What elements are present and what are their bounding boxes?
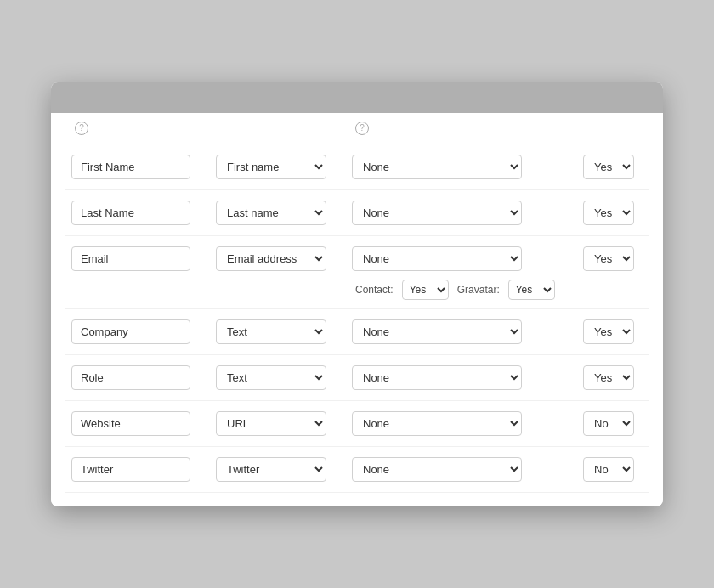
table-container: ? ? First nameLast nameEmail addressText… xyxy=(51,113,663,506)
contact-select[interactable]: YesNo xyxy=(402,280,449,300)
label-input[interactable] xyxy=(71,246,190,271)
autofill-select[interactable]: None xyxy=(352,365,522,390)
required-select[interactable]: YesNo xyxy=(583,201,634,225)
table-row: First nameLast nameEmail addressTextURLT… xyxy=(65,236,649,309)
required-select[interactable]: YesNo xyxy=(583,155,634,179)
autofill-help-icon[interactable]: ? xyxy=(355,122,369,135)
autofill-column-header: ? xyxy=(352,122,575,135)
autofill-cell: None xyxy=(352,411,575,436)
label-input[interactable] xyxy=(71,365,190,390)
autofill-row: None xyxy=(352,201,575,225)
autofill-select[interactable]: None xyxy=(352,319,522,344)
autofill-row: None xyxy=(352,457,575,482)
required-cell: YesNo xyxy=(575,365,643,390)
label-help-icon[interactable]: ? xyxy=(75,122,88,135)
type-select[interactable]: First nameLast nameEmail addressTextURLT… xyxy=(216,365,326,390)
gravatar-select[interactable]: YesNo xyxy=(508,280,555,300)
label-input[interactable] xyxy=(71,155,190,179)
main-window: ? ? First nameLast nameEmail addressText… xyxy=(51,82,663,506)
required-column-header xyxy=(575,122,643,135)
required-cell: YesNo xyxy=(575,201,643,225)
required-select[interactable]: YesNo xyxy=(583,411,634,436)
required-select[interactable]: YesNo xyxy=(583,457,634,482)
required-select[interactable]: YesNo xyxy=(583,246,634,271)
type-select[interactable]: First nameLast nameEmail addressTextURLT… xyxy=(216,411,326,436)
autofill-select[interactable]: None xyxy=(352,155,522,179)
required-cell: YesNo xyxy=(575,319,643,344)
required-cell: YesNo xyxy=(575,411,643,436)
title-bar xyxy=(51,82,663,113)
label-input[interactable] xyxy=(71,201,190,225)
required-cell: YesNo xyxy=(575,155,643,179)
autofill-select[interactable]: None xyxy=(352,411,522,436)
autofill-cell: None xyxy=(352,457,575,482)
autofill-row: None xyxy=(352,155,575,179)
autofill-select[interactable]: None xyxy=(352,457,522,482)
type-select[interactable]: First nameLast nameEmail addressTextURLT… xyxy=(216,319,326,344)
contact-gravatar-row: Contact:YesNoGravatar:YesNo xyxy=(352,280,575,300)
autofill-cell: None xyxy=(352,365,575,390)
type-select[interactable]: First nameLast nameEmail addressTextURLT… xyxy=(216,246,326,271)
gravatar-label: Gravatar: xyxy=(457,284,500,296)
autofill-cell: None xyxy=(352,201,575,225)
autofill-cell: None xyxy=(352,319,575,344)
type-select[interactable]: First nameLast nameEmail addressTextURLT… xyxy=(216,201,326,225)
rows-container: First nameLast nameEmail addressTextURLT… xyxy=(65,144,649,493)
required-select[interactable]: YesNo xyxy=(583,319,634,344)
table-row: First nameLast nameEmail addressTextURLT… xyxy=(65,355,649,401)
autofill-row: None xyxy=(352,319,575,344)
table-row: First nameLast nameEmail addressTextURLT… xyxy=(65,309,649,355)
type-select[interactable]: First nameLast nameEmail addressTextURLT… xyxy=(216,155,326,179)
autofill-select[interactable]: None xyxy=(352,246,522,271)
autofill-select[interactable]: None xyxy=(352,201,522,225)
label-input[interactable] xyxy=(71,411,190,436)
contact-label: Contact: xyxy=(355,284,394,296)
table-row: First nameLast nameEmail addressTextURLT… xyxy=(65,447,649,493)
type-select[interactable]: First nameLast nameEmail addressTextURLT… xyxy=(216,457,326,482)
autofill-row: None xyxy=(352,411,575,436)
label-column-header: ? xyxy=(71,122,216,135)
label-input[interactable] xyxy=(71,319,190,344)
required-select[interactable]: YesNo xyxy=(583,365,634,390)
table-row: First nameLast nameEmail addressTextURLT… xyxy=(65,144,649,190)
autofill-cell: NoneContact:YesNoGravatar:YesNo xyxy=(352,246,575,300)
label-input[interactable] xyxy=(71,457,190,482)
autofill-cell: None xyxy=(352,155,575,179)
autofill-row: None xyxy=(352,246,575,271)
type-column-header xyxy=(216,122,352,135)
required-cell: YesNo xyxy=(575,246,643,271)
autofill-row: None xyxy=(352,365,575,390)
table-row: First nameLast nameEmail addressTextURLT… xyxy=(65,190,649,236)
required-cell: YesNo xyxy=(575,457,643,482)
column-headers: ? ? xyxy=(65,113,649,144)
table-row: First nameLast nameEmail addressTextURLT… xyxy=(65,401,649,447)
